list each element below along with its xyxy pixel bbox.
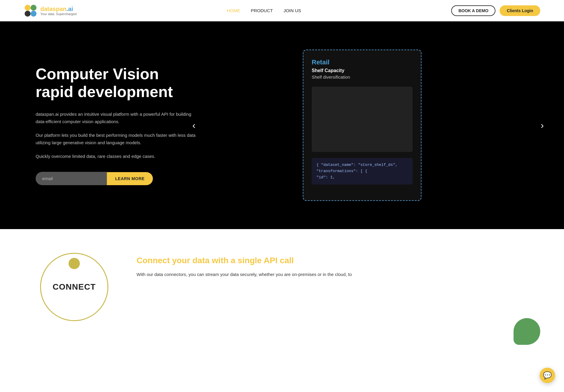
card-code: { "dataset_name": "store_shelf_ds", "tra… <box>312 158 413 185</box>
connect-heading: Connect your data with a single API call <box>137 256 528 265</box>
code-line-3: "id": 1, <box>316 174 408 181</box>
svg-point-0 <box>25 5 31 11</box>
hero-paragraphs: dataspan.ai provides an intuitive visual… <box>36 110 196 160</box>
logo-brand: dataspan.ai <box>40 6 77 12</box>
hero-title: Computer Vision rapid development <box>36 65 196 101</box>
hero-carousel: ‹ Retail Shelf Capacity Shelf diversific… <box>196 50 528 201</box>
card-image <box>312 87 413 152</box>
learn-more-button[interactable]: LEARN MORE <box>107 172 153 185</box>
book-demo-button[interactable]: BOOK A DEMO <box>451 5 495 16</box>
nav-links: HOME PRODUCT JOIN US <box>227 8 301 13</box>
connect-content: Connect your data with a single API call… <box>137 253 528 278</box>
hero-content: Computer Vision rapid development datasp… <box>36 65 196 185</box>
svg-point-1 <box>31 5 37 11</box>
carousel-right-arrow[interactable]: › <box>538 118 546 133</box>
navbar: dataspan.ai Your data. Supercharged HOME… <box>0 0 564 21</box>
green-blob-decoration <box>514 318 540 345</box>
carousel-left-arrow[interactable]: ‹ <box>190 118 198 133</box>
code-line-1: { "dataset_name": "store_shelf_ds", <box>316 162 408 168</box>
connect-visual: CONNECT <box>36 253 113 321</box>
hero-form: LEARN MORE <box>36 172 196 185</box>
svg-point-2 <box>25 11 31 17</box>
connect-circle-label: CONNECT <box>53 282 96 292</box>
clients-login-button[interactable]: Clients Login <box>500 5 540 16</box>
connect-circle: CONNECT <box>40 253 108 321</box>
product-card: Retail Shelf Capacity Shelf diversificat… <box>303 50 422 201</box>
email-input[interactable] <box>36 172 107 185</box>
hero-section: Computer Vision rapid development datasp… <box>0 21 564 229</box>
logo-text: dataspan.ai Your data. Supercharged <box>40 6 77 16</box>
svg-point-3 <box>31 11 37 17</box>
code-line-2: "transformations": [ { <box>316 168 408 174</box>
hero-para-3: Quickly overcome limited data, rare clas… <box>36 153 196 160</box>
navbar-actions: BOOK A DEMO Clients Login <box>451 5 540 16</box>
card-category: Retail <box>312 58 413 66</box>
connect-description: With our data connectors, you can stream… <box>137 271 528 278</box>
logo-tagline: Your data. Supercharged <box>40 12 77 16</box>
hero-para-2: Our platform lets you build the best per… <box>36 131 196 147</box>
logo: dataspan.ai Your data. Supercharged <box>24 4 77 18</box>
card-title: Shelf Capacity <box>312 68 413 73</box>
card-subtitle: Shelf diversification <box>312 74 413 80</box>
connect-section: CONNECT Connect your data with a single … <box>0 229 564 345</box>
nav-product[interactable]: PRODUCT <box>251 8 273 13</box>
nav-join-us[interactable]: JOIN US <box>283 8 301 13</box>
connect-dot <box>69 258 80 269</box>
logo-icon <box>24 4 37 18</box>
hero-para-1: dataspan.ai provides an intuitive visual… <box>36 110 196 126</box>
nav-home[interactable]: HOME <box>227 8 240 13</box>
